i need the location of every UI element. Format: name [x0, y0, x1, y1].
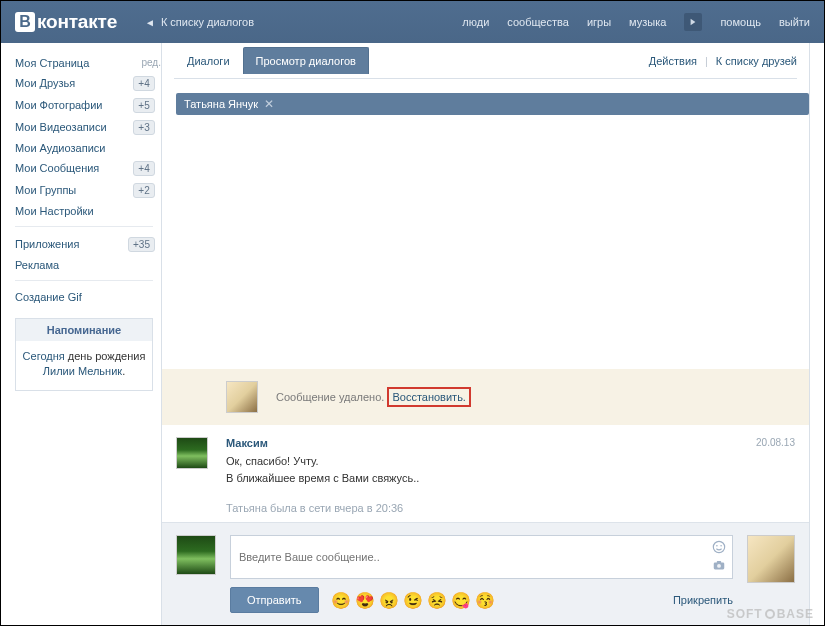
restore-link[interactable]: Восстановить. [387, 387, 471, 407]
circle-icon [765, 609, 775, 619]
last-seen: Татьяна была в сети вчера в 20:36 [226, 502, 809, 514]
nav-games[interactable]: игры [587, 16, 611, 28]
reminder-today[interactable]: Сегодня [23, 350, 65, 362]
actions-link[interactable]: Действия [649, 55, 697, 67]
emoji-icon[interactable]: 😣 [427, 591, 447, 610]
play-button[interactable] [684, 13, 702, 31]
sidebar-link[interactable]: Моя Страница [15, 57, 89, 69]
deleted-text: Сообщение удалено. [276, 391, 384, 403]
camera-icon[interactable] [712, 558, 726, 572]
svg-point-0 [713, 541, 724, 552]
message-date: 20.08.13 [756, 437, 795, 449]
sidebar-link[interactable]: Мои Настройки [15, 205, 94, 217]
logo[interactable]: Вконтакте [15, 11, 117, 33]
emoji-icon[interactable]: 😚 [475, 591, 495, 610]
left-sidebar: Моя Страницаред.Мои Друзья+4Мои Фотограф… [1, 43, 161, 625]
counter-badge: +2 [133, 183, 155, 198]
header-nav: люди сообщества игры музыка помощь выйти [462, 13, 810, 31]
sidebar-item: Мои Фотографии+5 [15, 94, 161, 116]
nav-communities[interactable]: сообщества [507, 16, 569, 28]
nav-people[interactable]: люди [462, 16, 489, 28]
contact-tag: Татьяна Янчук ✕ [176, 93, 809, 115]
sidebar-item: Реклама [15, 255, 161, 274]
svg-point-4 [717, 564, 721, 568]
counter-badge: +3 [133, 120, 155, 135]
smile-icon[interactable] [712, 540, 726, 554]
emoji-icon[interactable]: 😊 [331, 591, 351, 610]
sidebar-link[interactable]: Мои Сообщения [15, 162, 99, 174]
contact-name: Татьяна Янчук [184, 98, 258, 110]
watermark: SOFTBASE [727, 607, 814, 621]
sidebar-link[interactable]: Мои Аудиозаписи [15, 142, 105, 154]
top-header: Вконтакте ◄ К списку диалогов люди сообщ… [1, 1, 824, 43]
sidebar-link[interactable]: Мои Друзья [15, 77, 75, 89]
sidebar-item: Моя Страницаред. [15, 53, 161, 72]
nav-music[interactable]: музыка [629, 16, 666, 28]
logo-letter: В [15, 12, 35, 32]
compose-area: Отправить 😊😍😠😉😣😋😚 Прикрепить [162, 522, 809, 625]
sidebar-link[interactable]: Мои Фотографии [15, 99, 102, 111]
counter-badge: +4 [133, 161, 155, 176]
sidebar-item: Мои Группы+2 [15, 179, 161, 201]
reminder-box: Напоминание Сегодня день рождения Лилии … [15, 318, 153, 391]
sidebar-link[interactable]: Мои Видеозаписи [15, 121, 107, 133]
tabs-row: Диалоги Просмотр диалогов Действия | К с… [174, 43, 797, 79]
svg-point-1 [716, 545, 718, 547]
emoji-row: 😊😍😠😉😣😋😚 [331, 591, 495, 610]
avatar[interactable] [176, 437, 208, 469]
emoji-icon[interactable]: 😍 [355, 591, 375, 610]
emoji-icon[interactable]: 😠 [379, 591, 399, 610]
sidebar-item: Создание Gif [15, 287, 161, 306]
counter-badge: +5 [133, 98, 155, 113]
attach-link[interactable]: Прикрепить [673, 594, 733, 606]
sidebar-link[interactable]: Приложения [15, 238, 79, 250]
tab-view-dialogs[interactable]: Просмотр диалогов [243, 47, 369, 74]
nav-help[interactable]: помощь [720, 16, 761, 28]
sidebar-link[interactable]: Мои Группы [15, 184, 76, 196]
avatar[interactable] [747, 535, 795, 583]
sidebar-item: Мои Сообщения+4 [15, 157, 161, 179]
friends-list-link[interactable]: К списку друзей [716, 55, 797, 67]
counter-badge: +35 [128, 237, 155, 252]
back-to-dialogs-link[interactable]: ◄ К списку диалогов [145, 16, 254, 28]
tab-dialogs[interactable]: Диалоги [174, 47, 243, 75]
deleted-message-row: Сообщение удалено. Восстановить. [162, 369, 809, 425]
sidebar-item: Мои Друзья+4 [15, 72, 161, 94]
sidebar-item: Мои Настройки [15, 201, 161, 220]
sidebar-item: Приложения+35 [15, 233, 161, 255]
reminder-body: Сегодня день рождения Лилии Мельник. [16, 341, 152, 390]
svg-point-2 [720, 545, 722, 547]
message-row: Максим 20.08.13 Ок, спасибо! Учту. В бли… [162, 425, 809, 490]
back-label: К списку диалогов [161, 16, 254, 28]
message-text: Ок, спасибо! Учту. В ближайшее время с В… [226, 449, 795, 486]
message-input-wrap [230, 535, 733, 579]
nav-logout[interactable]: выйти [779, 16, 810, 28]
play-icon [689, 18, 697, 26]
avatar[interactable] [226, 381, 258, 413]
reminder-person-link[interactable]: Лилии Мельник [43, 365, 122, 377]
logo-text: контакте [37, 11, 117, 33]
avatar[interactable] [176, 535, 216, 575]
counter-badge: +4 [133, 76, 155, 91]
main-content: Диалоги Просмотр диалогов Действия | К с… [161, 43, 810, 625]
edit-link[interactable]: ред. [141, 57, 161, 68]
sidebar-item: Мои Аудиозаписи [15, 138, 161, 157]
send-button[interactable]: Отправить [230, 587, 319, 613]
sidebar-link[interactable]: Реклама [15, 259, 59, 271]
emoji-icon[interactable]: 😉 [403, 591, 423, 610]
chevron-left-icon: ◄ [145, 17, 155, 28]
sidebar-item: Мои Видеозаписи+3 [15, 116, 161, 138]
reminder-title: Напоминание [16, 319, 152, 341]
sidebar-link[interactable]: Создание Gif [15, 291, 82, 303]
svg-rect-5 [717, 561, 721, 563]
message-input[interactable] [231, 536, 682, 578]
emoji-icon[interactable]: 😋 [451, 591, 471, 610]
close-icon[interactable]: ✕ [264, 98, 274, 110]
message-author[interactable]: Максим [226, 437, 268, 449]
